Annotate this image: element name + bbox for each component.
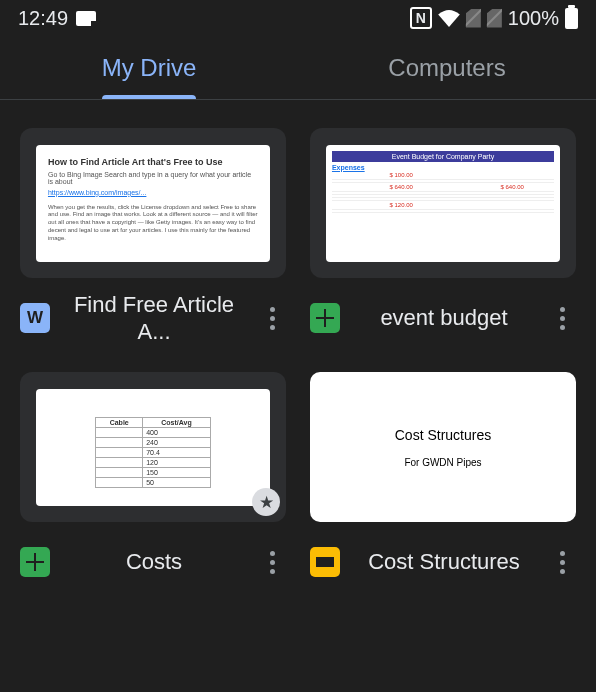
more-options-button[interactable] [548,307,576,330]
sim-disabled-icon [487,9,502,28]
tab-label: Computers [388,54,505,82]
image-icon [76,11,96,26]
file-row: W Find Free Article A... [20,288,286,348]
status-left: 12:49 [18,7,96,30]
tab-my-drive[interactable]: My Drive [0,36,298,99]
battery-percent: 100% [508,7,559,30]
file-row: Cost Structures [310,532,576,592]
more-options-button[interactable] [258,551,286,574]
file-item-cost-structures[interactable]: Cost Structures For GWDN Pipes Cost Stru… [310,372,576,592]
sheets-icon [20,547,50,577]
file-thumbnail[interactable]: CableCost/Avg 400 240 70.4 120 150 50 ★ [20,372,286,522]
file-row: event budget [310,288,576,348]
file-name: Costs [50,548,258,576]
more-options-button[interactable] [548,551,576,574]
tab-label: My Drive [102,54,197,82]
slides-icon [310,547,340,577]
tab-bar: My Drive Computers [0,36,596,100]
battery-icon [565,8,578,29]
file-thumbnail[interactable]: Cost Structures For GWDN Pipes [310,372,576,522]
nfc-icon: N [410,7,432,29]
file-thumbnail[interactable]: Event Budget for Company Party Expenses … [310,128,576,278]
slide-preview: Cost Structures For GWDN Pipes [395,427,491,468]
file-name: Find Free Article A... [50,291,258,346]
status-bar: 12:49 N 100% [0,0,596,36]
status-time: 12:49 [18,7,68,30]
file-name: event budget [340,304,548,332]
starred-badge-icon: ★ [252,488,280,516]
file-name: Cost Structures [340,548,548,576]
file-item-event-budget[interactable]: Event Budget for Company Party Expenses … [310,128,576,348]
sheet-preview: CableCost/Avg 400 240 70.4 120 150 50 [36,389,270,506]
doc-preview: How to Find Article Art that's Free to U… [36,145,270,262]
sheets-icon [310,303,340,333]
file-thumbnail[interactable]: How to Find Article Art that's Free to U… [20,128,286,278]
file-row: Costs [20,532,286,592]
wifi-icon [438,9,460,27]
file-item-costs[interactable]: CableCost/Avg 400 240 70.4 120 150 50 ★ … [20,372,286,592]
status-right: N 100% [410,7,578,30]
word-doc-icon: W [20,303,50,333]
tab-computers[interactable]: Computers [298,36,596,99]
more-options-button[interactable] [258,307,286,330]
sim-disabled-icon [466,9,481,28]
file-item-find-free-article[interactable]: How to Find Article Art that's Free to U… [20,128,286,348]
file-grid: How to Find Article Art that's Free to U… [0,100,596,620]
sheet-preview: Event Budget for Company Party Expenses … [326,145,560,262]
